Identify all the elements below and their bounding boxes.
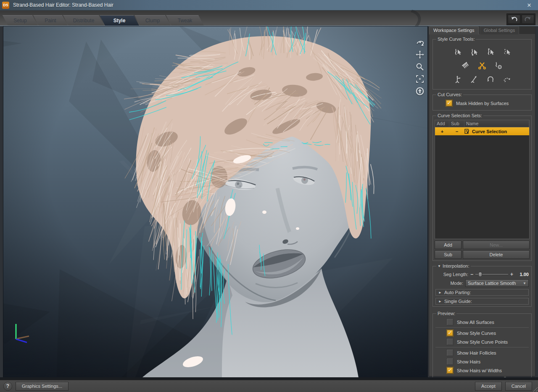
tab-clump[interactable]: Clump	[134, 15, 171, 26]
close-icon[interactable]: ✕	[525, 2, 533, 9]
show-hair-follicles-label: Show Hair Follicles	[457, 350, 496, 355]
row-sub-toggle[interactable]: −	[449, 129, 464, 134]
undo-button[interactable]	[508, 15, 520, 24]
column-name: Name	[464, 120, 529, 127]
preview-label: Preview:	[436, 311, 456, 316]
tool-scissors-cut-icon[interactable]	[477, 60, 488, 71]
checkbox-show-hairs[interactable]	[446, 358, 454, 365]
show-style-curve-points-label: Show Style Curve Points	[457, 339, 508, 345]
interpolation-group: ▼Interpolation: Seg Length: − + 1.00 Mod…	[433, 263, 532, 307]
viewport-nav-toolbar	[415, 37, 425, 96]
tool-point-scale-icon[interactable]	[469, 74, 480, 84]
curve-selection-sets-group: Curve Selection Sets: Add Sub Name + − C…	[433, 113, 532, 261]
curve-selection-set-icon	[464, 129, 470, 134]
tab-tweak[interactable]: Tweak	[166, 15, 204, 26]
reset-view-icon[interactable]	[415, 86, 425, 96]
table-header: Add Sub Name	[435, 120, 529, 127]
orbit-camera-icon[interactable]	[415, 37, 425, 47]
redo-button[interactable]	[522, 15, 534, 24]
add-button[interactable]: Add	[435, 241, 462, 249]
interpolation-label: Interpolation:	[443, 263, 469, 268]
checkbox-show-hairs-w-widths[interactable]: ✓	[446, 367, 454, 374]
cut-curves-group: Cut Curves: ✓ Mask Hidden by Surfaces	[433, 92, 532, 110]
auto-parting-header[interactable]: ► Auto Parting:	[435, 289, 529, 296]
single-guide-header[interactable]: ► Single Guide:	[435, 298, 529, 305]
tool-select-style-curves-icon[interactable]	[452, 47, 463, 58]
seg-length-decrement[interactable]: −	[470, 271, 473, 277]
tool-select-curve-segments-icon[interactable]	[501, 47, 512, 58]
delete-button[interactable]: Delete	[463, 250, 530, 259]
undo-arrow-icon	[511, 16, 517, 22]
interpolation-header[interactable]: ▼Interpolation:	[436, 263, 471, 268]
pan-camera-icon[interactable]	[415, 50, 425, 60]
single-guide-label: Single Guide:	[444, 299, 472, 304]
table-row-curve-selection[interactable]: + − Curve Selection	[435, 127, 529, 135]
curve-selection-sets-label: Curve Selection Sets:	[436, 113, 483, 118]
row-add-toggle[interactable]: +	[435, 129, 449, 134]
style-curve-tools-group: Style Curve Tools:	[433, 37, 532, 89]
style-curve-tools-label: Style Curve Tools:	[436, 37, 476, 42]
new-button[interactable]: New...	[463, 241, 530, 249]
tool-curve-rotate-icon[interactable]	[485, 74, 496, 84]
expand-arrow-icon: ►	[438, 291, 442, 295]
daz-studio-logo-icon: DS	[2, 2, 9, 9]
tab-style[interactable]: Style	[100, 15, 139, 26]
auto-parting-label: Auto Parting:	[444, 290, 471, 295]
tool-select-curve-roots-icon[interactable]	[485, 47, 496, 58]
dropdown-arrow-icon: ▼	[523, 282, 526, 285]
checkbox-show-style-curves[interactable]: ✓	[446, 329, 454, 337]
seg-length-increment[interactable]: +	[510, 271, 513, 277]
checkbox-show-hair-follicles[interactable]	[446, 349, 454, 356]
checkbox-show-style-curve-points[interactable]	[446, 338, 454, 345]
mode-dropdown[interactable]: Surface Lattice Smooth ▼	[465, 279, 529, 287]
settings-tab-bar: Workspace Settings Global Settings	[429, 26, 535, 34]
zoom-camera-icon[interactable]	[415, 62, 425, 72]
tool-curve-options-icon[interactable]	[493, 60, 504, 71]
title-bar: DS Strand-Based Hair Editor: Strand-Base…	[0, 0, 538, 11]
graphics-settings-button[interactable]: Graphics Settings...	[16, 382, 69, 391]
accept-button[interactable]: Accept	[475, 382, 502, 391]
checkbox-mask-hidden-by-surfaces[interactable]: ✓	[446, 100, 453, 107]
cut-curves-label: Cut Curves:	[436, 92, 463, 97]
frame-view-icon[interactable]	[415, 74, 425, 84]
footer-bar: ? Graphics Settings... Accept Cancel	[0, 380, 538, 392]
tab-setup[interactable]: Setup	[3, 15, 38, 26]
column-sub: Sub	[449, 120, 464, 127]
expand-arrow-icon: ►	[438, 300, 442, 303]
tool-comb-icon[interactable]	[460, 60, 471, 71]
tab-global-settings[interactable]: Global Settings	[480, 26, 520, 34]
tab-distribute[interactable]: Distribute	[63, 15, 104, 26]
tab-workspace-settings[interactable]: Workspace Settings	[429, 26, 479, 34]
tool-curve-bend-icon[interactable]	[501, 74, 512, 84]
seg-length-value[interactable]: 1.00	[515, 272, 529, 277]
column-add: Add	[435, 120, 449, 127]
show-hairs-label: Show Hairs	[457, 359, 480, 364]
settings-panel: Workspace Settings Global Settings Style…	[429, 26, 535, 376]
show-style-curves-label: Show Style Curves	[457, 331, 496, 336]
viewport-3d[interactable]	[3, 26, 428, 378]
seg-length-label: Seg Length:	[435, 272, 468, 277]
sub-button[interactable]: Sub	[435, 250, 462, 259]
tool-select-curve-tips-icon[interactable]	[469, 47, 480, 58]
mode-label: Mode:	[435, 281, 463, 286]
tool-point-translate-icon[interactable]	[452, 74, 463, 84]
cancel-button[interactable]: Cancel	[505, 382, 532, 391]
window-title: Strand-Based Hair Editor: Strand-Based H…	[13, 2, 113, 8]
help-button[interactable]: ?	[3, 382, 12, 391]
redo-arrow-icon	[525, 16, 531, 22]
show-all-surfaces-label: Show All Surfaces	[457, 320, 494, 325]
collapse-arrow-icon: ▼	[438, 264, 441, 268]
mask-hidden-label: Mask Hidden by Surfaces	[456, 101, 509, 106]
checkbox-show-all-surfaces[interactable]	[446, 318, 454, 326]
mode-tab-bar: Setup Paint Distribute Style Clump Tweak	[0, 11, 538, 26]
resize-grip[interactable]	[532, 386, 538, 392]
tab-paint[interactable]: Paint	[33, 15, 68, 26]
curve-selection-table[interactable]: Add Sub Name + − Curve Selection	[435, 120, 530, 239]
seg-length-slider[interactable]	[475, 272, 508, 277]
row-name-label: Curve Selection	[472, 129, 507, 134]
mode-value: Surface Lattice Smooth	[468, 281, 516, 286]
app-window: DS Strand-Based Hair Editor: Strand-Base…	[0, 0, 538, 392]
viewport-3d-scene	[3, 26, 427, 378]
show-hairs-w-widths-label: Show Hairs w/ Widths	[457, 368, 502, 373]
